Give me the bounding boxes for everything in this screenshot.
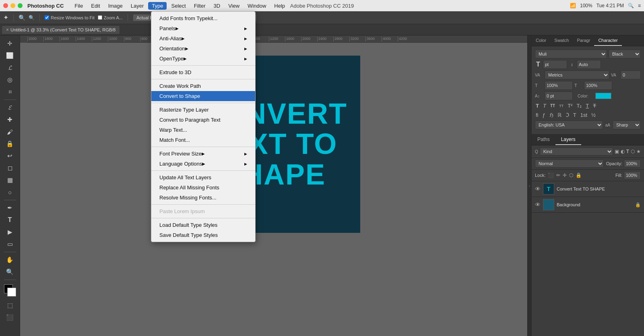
layer-kind-select[interactable]: Kind <box>540 147 613 156</box>
menu-orientation[interactable]: Orientation ▶ <box>151 44 255 54</box>
titling-icon[interactable]: T <box>572 111 577 119</box>
character-panel-tabs[interactable]: Color Swatch Paragr Character <box>532 35 644 46</box>
small-caps-icon[interactable]: TT <box>558 103 564 109</box>
lock-all-icon[interactable]: 🔒 <box>576 172 582 178</box>
dodge-tool[interactable]: ○ <box>3 187 17 198</box>
tab-character[interactable]: Character <box>594 35 621 46</box>
panel-collapse-handle[interactable]: ‹ <box>527 35 531 336</box>
quick-mask-tool[interactable]: ⬚ <box>3 300 17 311</box>
tab-paragraph[interactable]: Paragr <box>573 35 594 46</box>
move-tool[interactable]: ✛ <box>3 38 17 49</box>
menu-image[interactable]: Image <box>105 2 126 10</box>
menu-filter[interactable]: Filter <box>190 2 209 10</box>
shape-tool[interactable]: ▭ <box>3 239 17 250</box>
menu-panels[interactable]: Panels ▶ <box>151 23 255 33</box>
zoom-tool[interactable]: 🔍 <box>3 266 17 278</box>
kerning-select[interactable]: Metrics <box>545 71 609 79</box>
history-tool[interactable]: ↩ <box>3 150 17 162</box>
menu-anti-alias[interactable]: Anti-Alias ▶ <box>151 33 255 44</box>
path-select-tool[interactable]: ▶ <box>3 226 17 238</box>
menu-match-font[interactable]: Match Font... <box>151 135 255 145</box>
filter-adjust-icon[interactable]: ◐ <box>621 149 625 154</box>
doc-tab-close[interactable]: × <box>6 27 9 32</box>
underline-icon[interactable]: T <box>585 102 590 110</box>
font-style-select[interactable]: Black <box>609 50 641 58</box>
lock-transparent-icon[interactable]: ⬛ <box>548 172 554 178</box>
resize-windows-checkbox[interactable]: Resize Windows to Fit <box>45 15 95 20</box>
swash-icon[interactable]: ℑ <box>565 111 570 119</box>
zoom-out-icon[interactable]: 🔍 <box>29 15 35 21</box>
menu-rasterize[interactable]: Rasterize Type Layer <box>151 105 255 115</box>
lasso-tool[interactable]: 𝓛 <box>3 62 17 73</box>
font-size-input[interactable] <box>543 60 567 69</box>
menu-help[interactable]: Help <box>270 2 289 10</box>
close-button[interactable] <box>3 3 8 8</box>
resize-windows-input[interactable] <box>45 15 49 20</box>
menu-replace-missing-fonts[interactable]: Replace All Missing Fonts <box>151 183 255 193</box>
ordinal-icon[interactable]: ℝ <box>557 111 562 119</box>
menu-type[interactable]: Type <box>148 2 167 10</box>
menu-convert-to-shape[interactable]: Convert to Shape <box>151 91 255 101</box>
filter-type-icon[interactable]: T <box>626 149 629 154</box>
layer-item-text[interactable]: 👁 T Convert Text TO SHAPE <box>532 181 644 197</box>
contextual-icon[interactable]: 1st <box>580 111 588 119</box>
discretionary-ligature-icon[interactable]: ƒ <box>542 111 546 119</box>
eraser-tool[interactable]: ◻ <box>3 162 17 174</box>
menu-load-type-styles[interactable]: Load Default Type Styles <box>151 220 255 230</box>
fraction-icon[interactable]: ½ <box>590 111 597 119</box>
font-family-select[interactable]: Muli <box>535 50 607 58</box>
subscript-icon[interactable]: T₂ <box>576 102 582 110</box>
menu-warp-text[interactable]: Warp Text... <box>151 125 255 135</box>
control-center-icon[interactable]: ≡ <box>638 3 641 8</box>
menu-convert-paragraph[interactable]: Convert to Paragraph Text <box>151 115 255 125</box>
baseline-input[interactable] <box>545 91 573 100</box>
vertical-scale-input[interactable] <box>545 81 573 90</box>
tab-paths[interactable]: Paths <box>532 135 555 145</box>
menu-update-all-text[interactable]: Update All Text Layers <box>151 172 255 183</box>
anti-alias-select[interactable]: Sharp <box>613 120 641 129</box>
filter-pixel-icon[interactable]: ▣ <box>615 149 619 154</box>
menu-resolve-missing-fonts[interactable]: Resolve Missing Fonts... <box>151 193 255 203</box>
language-select[interactable]: English: USA <box>535 120 603 129</box>
color-swatch[interactable] <box>595 93 611 99</box>
quick-select-tool[interactable]: ◎ <box>3 74 17 85</box>
eyedropper-tool[interactable]: 𝓔 <box>3 102 17 113</box>
pen-tool[interactable]: ✒ <box>3 202 17 214</box>
filter-smart-icon[interactable]: ★ <box>636 149 641 154</box>
filter-shape-icon[interactable]: ⬡ <box>631 149 635 154</box>
menu-opentype[interactable]: OpenType ▶ <box>151 54 255 64</box>
lock-brush-icon[interactable]: ✏ <box>556 172 560 178</box>
gradient-tool[interactable]: ▦ <box>3 174 17 186</box>
faux-bold-icon[interactable]: T <box>535 102 540 110</box>
all-caps-icon[interactable]: TT <box>549 103 556 109</box>
faux-italic-icon[interactable]: T <box>542 102 547 110</box>
oldstyle-icon[interactable]: ℌ <box>549 111 554 119</box>
fill-input[interactable] <box>624 171 641 179</box>
maximize-button[interactable] <box>18 3 23 8</box>
search-icon[interactable]: 🔍 <box>628 3 634 8</box>
healing-tool[interactable]: ✚ <box>3 114 17 125</box>
menu-window[interactable]: Window <box>244 2 270 10</box>
menu-extrude-3d[interactable]: Extrude to 3D <box>151 67 255 77</box>
leading-input[interactable] <box>577 60 601 69</box>
color-swatches[interactable] <box>4 284 16 297</box>
type-tool[interactable]: T <box>3 214 17 226</box>
menu-select[interactable]: Select <box>167 2 189 10</box>
bottom-panel-tabs[interactable]: Paths Layers <box>532 135 644 145</box>
zoom-all-checkbox[interactable]: Zoom A... <box>98 15 123 20</box>
menu-create-work-path[interactable]: Create Work Path <box>151 81 255 91</box>
tab-swatch[interactable]: Swatch <box>550 35 573 46</box>
tab-layers[interactable]: Layers <box>555 135 581 145</box>
marquee-tool[interactable]: ⬜ <box>3 50 17 61</box>
hand-tool[interactable]: ✋ <box>3 254 17 265</box>
zoom-in-icon[interactable]: 🔍 <box>19 15 25 21</box>
menu-layer[interactable]: Layer <box>127 2 148 10</box>
menu-items[interactable]: File Edit Image Layer Type Select Filter… <box>71 2 289 10</box>
tracking-input[interactable] <box>621 71 641 79</box>
menu-view[interactable]: View <box>225 2 243 10</box>
lock-artboard-icon[interactable]: ⬡ <box>569 172 573 178</box>
menu-save-type-styles[interactable]: Save Default Type Styles <box>151 230 255 240</box>
menu-edit[interactable]: Edit <box>87 2 103 10</box>
ligature-icon[interactable]: fi <box>535 111 539 119</box>
blend-mode-select[interactable]: Normal <box>535 160 604 168</box>
